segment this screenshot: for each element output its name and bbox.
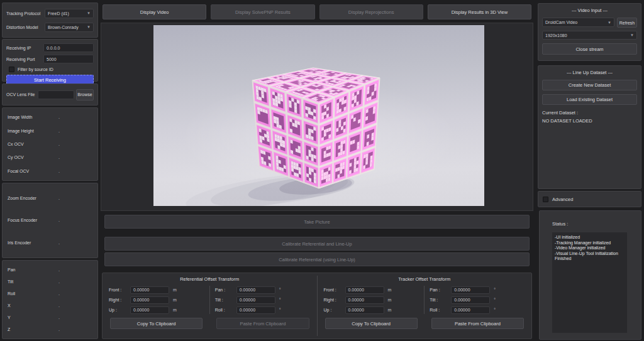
- receiving-ip-input[interactable]: 0.0.0.0: [43, 43, 94, 52]
- tracker-paste-clipboard-button[interactable]: Paste From Clipboard: [431, 318, 524, 329]
- z-label: Z: [8, 327, 10, 332]
- unit-label: °: [494, 298, 496, 302]
- cx-ocv-value: .: [58, 142, 60, 146]
- cy-ocv-value: .: [58, 155, 60, 160]
- take-picture-button[interactable]: Take Picture: [104, 215, 530, 229]
- tracker-up-input[interactable]: 0.00000: [345, 306, 384, 314]
- pan-label: Pan: [8, 268, 15, 272]
- tilt-offset-input[interactable]: 0.00000: [236, 296, 275, 304]
- chevron-down-icon: ▼: [87, 11, 91, 15]
- current-dataset-value: NO DATASET LOADED: [542, 118, 637, 124]
- ocv-lens-file-input[interactable]: [38, 90, 74, 99]
- column-divider: [209, 286, 210, 314]
- load-existing-dataset-button[interactable]: Load Existing Dataset: [542, 94, 637, 105]
- close-stream-button[interactable]: Close stream: [542, 43, 637, 55]
- referential-offset-title: Referential Offset Transform: [109, 276, 311, 282]
- zoom-encoder-value: .: [58, 196, 60, 200]
- referential-copy-clipboard-button[interactable]: Copy To Clipboard: [110, 318, 203, 329]
- video-device-select[interactable]: DroidCam Video ▼: [542, 18, 614, 27]
- roll-offset-label: Roll :: [430, 308, 451, 312]
- pose-row: Roll.: [3, 290, 97, 298]
- receiving-port-label: Receiving Port: [6, 57, 35, 62]
- image-height-value: .: [58, 129, 60, 133]
- y-label: Y: [8, 315, 11, 320]
- front-label: Front :: [324, 288, 345, 292]
- pose-row: Y.: [3, 314, 97, 322]
- front-input[interactable]: 0.00000: [130, 286, 169, 294]
- info-row: Image Width.: [3, 114, 97, 121]
- pan-offset-input[interactable]: 0.00000: [236, 286, 275, 294]
- tracking-protocol-label: Tracking Protocol: [6, 11, 40, 16]
- unit-label: °: [279, 298, 281, 302]
- unit-label: m: [173, 288, 177, 292]
- tilt-offset-label: Tilt :: [430, 298, 451, 302]
- tracker-copy-clipboard-button[interactable]: Copy To Clipboard: [325, 318, 418, 329]
- up-label: Up :: [324, 308, 345, 312]
- up-label: Up :: [109, 308, 130, 312]
- distortion-model-select[interactable]: Brown-Conrady ▼: [45, 23, 94, 32]
- unit-label: °: [279, 288, 281, 292]
- tilt-offset-label: Tilt :: [215, 298, 236, 302]
- receiving-group: Receiving IP 0.0.0.0 Receiving Port 5000…: [2, 39, 98, 82]
- protocol-group: Tracking Protocol FreeD (d1) ▼ Distortio…: [2, 3, 98, 38]
- refresh-button[interactable]: Refresh: [617, 18, 637, 28]
- current-dataset-label: Current Dataset :: [542, 110, 637, 116]
- image-height-label: Image Height: [8, 129, 34, 133]
- tracker-front-input[interactable]: 0.00000: [345, 286, 384, 294]
- video-device-value: DroidCam Video: [545, 20, 577, 24]
- tracking-protocol-select[interactable]: FreeD (d1) ▼: [45, 9, 94, 18]
- unit-label: m: [173, 308, 177, 312]
- status-log[interactable]: -UI initialized -Tracking Manager initia…: [552, 232, 627, 333]
- filter-source-label: Filter by source ID: [18, 67, 53, 72]
- cx-ocv-label: Cx OCV: [8, 142, 24, 146]
- tracker-roll-input[interactable]: 0.00000: [451, 306, 490, 314]
- receiving-port-input[interactable]: 5000: [43, 55, 94, 63]
- chevron-down-icon: ▼: [630, 33, 634, 37]
- info-row: Cy OCV.: [3, 154, 97, 161]
- resolution-value: 1920x1080: [545, 33, 567, 38]
- status-group: Status : -UI initialized -Tracking Manag…: [539, 210, 641, 340]
- calibrate-referential-lineup-button[interactable]: Calibrate Referential and Line-Up: [104, 237, 530, 251]
- advanced-group: Advanced: [538, 191, 641, 207]
- tracker-offset-group: Tracker Offset Transform Front :0.00000m…: [318, 273, 532, 338]
- browse-button[interactable]: Browse: [76, 89, 94, 100]
- start-receiving-label: Start Receiving: [34, 77, 66, 83]
- receiving-ip-label: Receiving IP: [6, 46, 31, 50]
- display-reprojections-button[interactable]: Display Reprojections: [319, 4, 423, 19]
- roll-offset-input[interactable]: 0.00000: [236, 306, 275, 314]
- front-label: Front :: [109, 288, 130, 292]
- info-row: Image Height.: [3, 127, 97, 134]
- unit-label: m: [173, 298, 177, 302]
- image-width-value: .: [58, 115, 60, 119]
- z-value: .: [58, 327, 60, 332]
- display-solvepnp-button[interactable]: Display SolvePNP Results: [211, 4, 314, 19]
- calibrate-referential-using-lineup-button[interactable]: Calibrate Referential (using Line-Up): [104, 252, 530, 266]
- roll-offset-label: Roll :: [215, 308, 236, 312]
- roll-value: .: [58, 291, 60, 296]
- x-value: .: [58, 303, 60, 308]
- lineup-dataset-title: --- Line Up Dataset ---: [538, 70, 641, 75]
- display-3d-view-button[interactable]: Display Results in 3D View: [428, 4, 531, 19]
- pan-offset-label: Pan :: [430, 288, 451, 292]
- status-label: Status :: [552, 221, 568, 227]
- chevron-down-icon: ▼: [608, 21, 611, 24]
- unit-label: °: [279, 308, 281, 312]
- distortion-model-label: Distortion Model: [6, 25, 38, 30]
- referential-paste-clipboard-button[interactable]: Paste From Clipboard: [216, 318, 309, 329]
- lineup-dataset-group: --- Line Up Dataset --- Create New Datas…: [538, 65, 641, 189]
- display-video-button[interactable]: Display Video: [103, 4, 206, 19]
- advanced-checkbox[interactable]: [543, 197, 548, 202]
- video-input-title: --- Video Input ---: [538, 8, 641, 13]
- filter-source-checkbox[interactable]: [9, 67, 14, 72]
- status-line: -Visual Line-Up Tool Initialization Fini…: [555, 251, 625, 262]
- resolution-select[interactable]: 1920x1080 ▼: [542, 31, 637, 40]
- tracker-tilt-input[interactable]: 0.00000: [451, 296, 490, 304]
- tracker-pan-input[interactable]: 0.00000: [451, 286, 490, 294]
- encoder-row: Zoom Encoder.: [3, 195, 97, 202]
- up-input[interactable]: 0.00000: [130, 306, 169, 314]
- tracker-right-input[interactable]: 0.00000: [345, 296, 384, 304]
- browse-label: Browse: [77, 92, 92, 97]
- right-input[interactable]: 0.00000: [130, 296, 169, 304]
- create-new-dataset-button[interactable]: Create New Dataset: [542, 80, 637, 90]
- encoder-row: Focus Encoder.: [3, 217, 97, 224]
